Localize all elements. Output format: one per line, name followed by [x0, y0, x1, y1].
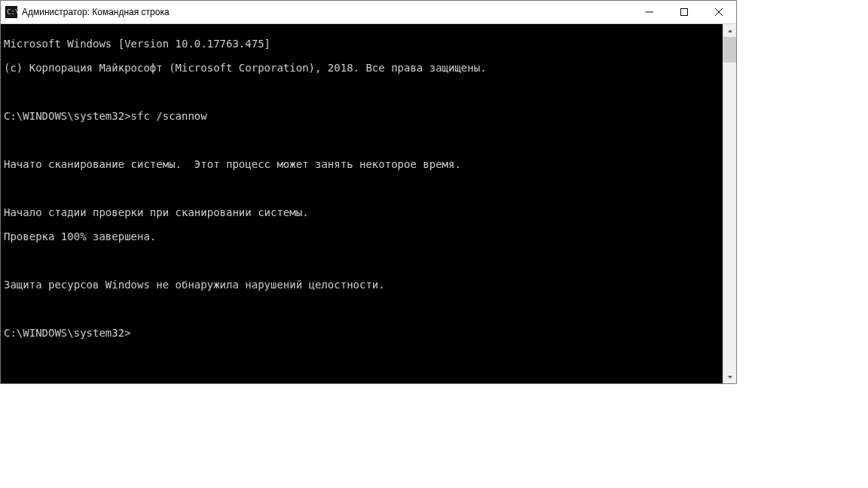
svg-text:C:\: C:\: [7, 8, 17, 16]
blank-line: [4, 182, 720, 194]
prompt-path: C:\WINDOWS\system32>: [4, 327, 131, 339]
blank-line: [4, 134, 720, 146]
blank-line: [4, 255, 720, 267]
version-line: Microsoft Windows [Version 10.0.17763.47…: [4, 38, 720, 50]
client-area: Microsoft Windows [Version 10.0.17763.47…: [1, 24, 736, 383]
vertical-scrollbar[interactable]: [723, 24, 736, 383]
blank-line: [4, 303, 720, 315]
svg-marker-7: [728, 29, 732, 32]
scroll-down-button[interactable]: [723, 371, 736, 383]
scroll-up-button[interactable]: [723, 24, 736, 37]
maximize-button[interactable]: [667, 1, 701, 23]
window-controls: [632, 1, 736, 23]
prompt-line-1: C:\WINDOWS\system32>sfc /scannow: [4, 110, 720, 122]
copyright-line: (c) Корпорация Майкрософт (Microsoft Cor…: [4, 62, 720, 74]
scroll-thumb[interactable]: [723, 37, 736, 63]
prompt-line-2: C:\WINDOWS\system32>: [4, 327, 720, 339]
cmd-window: C:\ Администратор: Командная строка Micr…: [0, 0, 737, 384]
titlebar[interactable]: C:\ Администратор: Командная строка: [1, 1, 736, 24]
stage-start-line: Начало стадии проверки при сканировании …: [4, 206, 720, 218]
scroll-track[interactable]: [723, 37, 736, 371]
terminal-output[interactable]: Microsoft Windows [Version 10.0.17763.47…: [1, 24, 723, 383]
progress-line: Проверка 100% завершена.: [4, 230, 720, 242]
entered-command: sfc /scannow: [131, 110, 207, 122]
svg-marker-8: [728, 376, 732, 379]
svg-rect-4: [681, 9, 688, 16]
close-button[interactable]: [701, 1, 736, 23]
cmd-icon: C:\: [5, 6, 17, 18]
result-line: Защита ресурсов Windows не обнаружила на…: [4, 279, 720, 291]
prompt-path: C:\WINDOWS\system32>: [4, 110, 131, 122]
scan-started-line: Начато сканирование системы. Этот процес…: [4, 158, 720, 170]
window-title: Администратор: Командная строка: [22, 7, 632, 17]
blank-line: [4, 86, 720, 98]
minimize-button[interactable]: [632, 1, 667, 23]
